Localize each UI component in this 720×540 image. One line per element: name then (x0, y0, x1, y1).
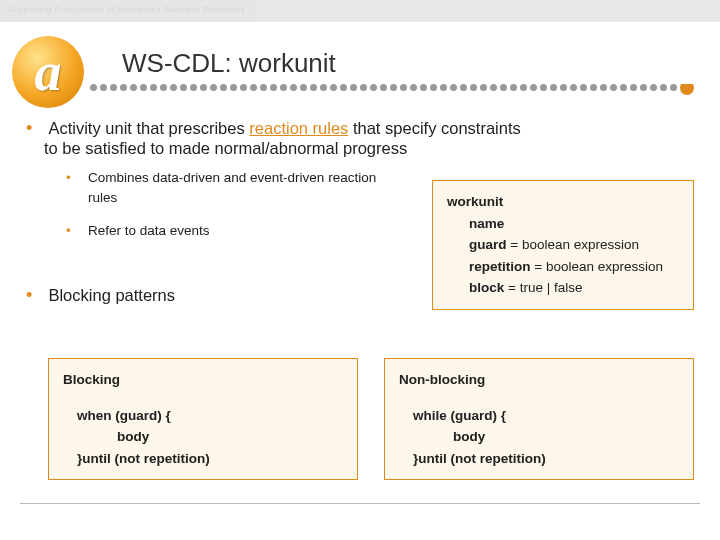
sub-bullet-1: Combines data-driven and event-driven re… (66, 168, 396, 209)
patterns-row: Blocking when (guard) { body }until (not… (48, 358, 694, 480)
bullet1-highlight: reaction rules (249, 119, 348, 137)
def-rep-k: repetition (469, 259, 531, 274)
definition-box: workunit name guard = boolean expression… (432, 180, 694, 310)
nonblocking-line1: while (guard) { (413, 405, 679, 427)
def-workunit: workunit (447, 194, 503, 209)
bullet1-suffix: that specify constraints (348, 119, 520, 137)
header-text: Supporting Composition of Distributed Bu… (8, 5, 245, 14)
logo-block: a (12, 36, 84, 108)
footer-divider (20, 503, 700, 504)
nonblocking-line2: body (453, 426, 679, 448)
logo-icon: a (12, 36, 84, 108)
bullet2-text: Blocking patterns (48, 286, 175, 304)
nonblocking-line3: }until (not repetition) (413, 448, 679, 470)
def-guard-v: = boolean expression (507, 237, 639, 252)
header-bar: Supporting Composition of Distributed Bu… (0, 0, 720, 22)
bullet1-line2: to be satisfied to made normal/abnormal … (44, 139, 698, 158)
def-guard-k: guard (469, 237, 507, 252)
nonblocking-title: Non-blocking (399, 369, 679, 391)
def-block-v: = true | false (504, 280, 582, 295)
nonblocking-box: Non-blocking while (guard) { body }until… (384, 358, 694, 480)
def-name: name (469, 216, 504, 231)
divider-dots (90, 84, 720, 95)
blocking-line1: when (guard) { (77, 405, 343, 427)
content-area: Activity unit that prescribes reaction r… (28, 118, 698, 320)
def-block-k: block (469, 280, 504, 295)
blocking-line2: body (117, 426, 343, 448)
bullet1-prefix: Activity unit that prescribes (48, 119, 249, 137)
blocking-title: Blocking (63, 369, 343, 391)
slide-title: WS-CDL: workunit (122, 48, 336, 79)
blocking-line3: }until (not repetition) (77, 448, 343, 470)
def-rep-v: = boolean expression (531, 259, 663, 274)
blocking-box: Blocking when (guard) { body }until (not… (48, 358, 358, 480)
